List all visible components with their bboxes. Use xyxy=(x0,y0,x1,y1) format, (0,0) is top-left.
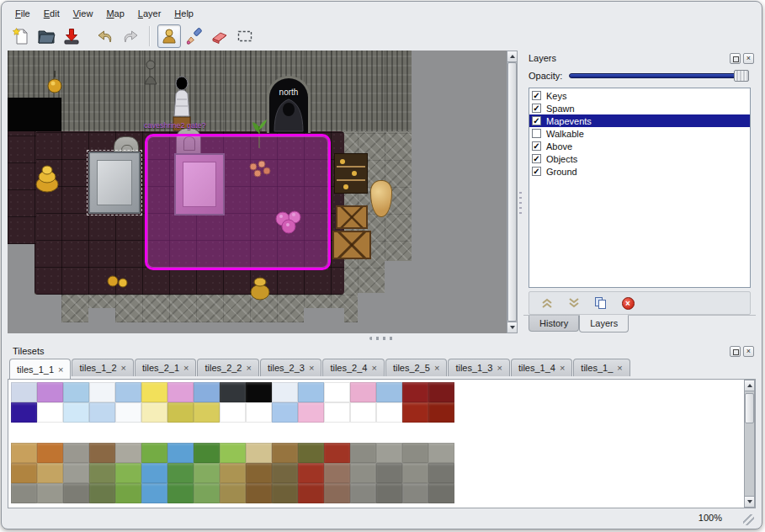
vertical-splitter[interactable] xyxy=(518,51,523,333)
tileset-tab-tiles_1_[interactable]: tiles_1_× xyxy=(573,359,630,376)
tileset-tile[interactable] xyxy=(115,483,141,503)
scroll-up-arrow[interactable] xyxy=(745,380,754,391)
tileset-tile[interactable] xyxy=(350,463,376,483)
tab-close-icon[interactable]: × xyxy=(121,364,126,372)
tileset-tile[interactable] xyxy=(37,443,63,463)
tileset-tab-tiles_1_4[interactable]: tiles_1_4× xyxy=(511,359,572,376)
layer-row-mapevents[interactable]: ✓Mapevents xyxy=(529,114,750,127)
tileset-tile[interactable] xyxy=(89,483,115,503)
raise-layer-button[interactable] xyxy=(539,295,555,311)
menu-item-help[interactable]: Help xyxy=(168,7,199,21)
tileset-tile[interactable] xyxy=(246,423,272,443)
tileset-tab-tiles_1_1[interactable]: tiles_1_1× xyxy=(9,359,71,379)
tileset-tile[interactable] xyxy=(141,402,167,423)
tileset-tab-tiles_2_3[interactable]: tiles_2_3× xyxy=(260,359,321,376)
selection-rectangle[interactable] xyxy=(145,134,331,270)
layer-visibility-checkbox[interactable]: ✓ xyxy=(532,91,541,100)
layer-row-objects[interactable]: ✓Objects xyxy=(529,152,750,165)
tileset-tile[interactable] xyxy=(63,483,89,503)
layer-visibility-checkbox[interactable] xyxy=(532,129,541,138)
tileset-tile[interactable] xyxy=(167,443,194,463)
tileset-tile[interactable] xyxy=(115,402,141,423)
tileset-tile[interactable] xyxy=(167,463,194,483)
tileset-tile[interactable] xyxy=(220,423,246,443)
tileset-tile[interactable] xyxy=(63,402,89,423)
tileset-tile[interactable] xyxy=(141,463,167,483)
tab-layers[interactable]: Layers xyxy=(579,315,629,332)
tileset-tile[interactable] xyxy=(220,382,246,402)
tileset-tile[interactable] xyxy=(272,443,298,463)
menu-item-file[interactable]: File xyxy=(9,7,36,21)
tab-history[interactable]: History xyxy=(529,316,579,332)
tileset-tile[interactable] xyxy=(11,402,37,423)
menu-item-view[interactable]: View xyxy=(67,7,99,21)
redo-button[interactable] xyxy=(119,24,142,48)
tileset-tile[interactable] xyxy=(272,463,298,483)
tileset-tile[interactable] xyxy=(428,483,454,503)
tab-close-icon[interactable]: × xyxy=(183,364,189,372)
tileset-tile[interactable] xyxy=(324,423,350,443)
tileset-tab-tiles_1_2[interactable]: tiles_1_2× xyxy=(72,359,133,376)
layer-visibility-checkbox[interactable]: ✓ xyxy=(532,141,541,151)
opacity-slider-handle[interactable] xyxy=(734,70,749,82)
tileset-tile[interactable] xyxy=(115,382,141,402)
tileset-tile[interactable] xyxy=(428,423,454,443)
tileset-tile[interactable] xyxy=(376,483,402,503)
tileset-tile[interactable] xyxy=(324,483,350,503)
scrollbar-thumb[interactable] xyxy=(507,62,517,322)
tileset-tile[interactable] xyxy=(220,402,246,423)
tileset-tile[interactable] xyxy=(246,402,272,423)
resize-grip[interactable] xyxy=(743,514,754,525)
tileset-tile[interactable] xyxy=(350,382,376,402)
scroll-down-arrow[interactable] xyxy=(745,496,754,507)
menu-item-map[interactable]: Map xyxy=(100,7,130,21)
tileset-tile[interactable] xyxy=(246,483,272,503)
tab-close-icon[interactable]: × xyxy=(617,364,622,372)
tab-close-icon[interactable]: × xyxy=(58,365,63,374)
stamp-tool-button[interactable] xyxy=(157,24,181,48)
tileset-tile[interactable] xyxy=(298,402,324,423)
tileset-tile[interactable] xyxy=(298,443,324,463)
tileset-tile[interactable] xyxy=(194,402,220,423)
tileset-tile[interactable] xyxy=(272,483,298,503)
tab-close-icon[interactable]: × xyxy=(560,364,565,372)
tileset-tile[interactable] xyxy=(167,402,194,423)
tab-close-icon[interactable]: × xyxy=(371,364,376,372)
tileset-tile[interactable] xyxy=(115,443,141,463)
layer-row-keys[interactable]: ✓Keys xyxy=(529,89,750,102)
tileset-tile[interactable] xyxy=(402,443,428,463)
tileset-tile[interactable] xyxy=(220,443,246,463)
tileset-tile[interactable] xyxy=(194,483,220,503)
layer-visibility-checkbox[interactable]: ✓ xyxy=(532,104,541,113)
close-dock-icon[interactable]: × xyxy=(743,346,754,357)
tileset-tile[interactable] xyxy=(37,483,63,503)
tileset-tile[interactable] xyxy=(194,382,220,402)
tileset-tile[interactable] xyxy=(11,382,37,402)
open-button[interactable] xyxy=(35,24,58,48)
tileset-tile[interactable] xyxy=(324,443,350,463)
tileset-tile[interactable] xyxy=(63,382,89,402)
tileset-tile[interactable] xyxy=(402,402,428,423)
tileset-tile[interactable] xyxy=(141,483,167,503)
tileset-tile[interactable] xyxy=(167,382,194,402)
tileset-tile[interactable] xyxy=(298,382,324,402)
tileset-tile[interactable] xyxy=(63,443,89,463)
tileset-tile[interactable] xyxy=(220,483,246,503)
layer-row-spawn[interactable]: ✓Spawn xyxy=(529,102,750,114)
tileset-tile[interactable] xyxy=(376,423,402,443)
tileset-tile[interactable] xyxy=(402,463,428,483)
tileset-tile[interactable] xyxy=(350,483,376,503)
tileset-tile[interactable] xyxy=(350,423,376,443)
rect-select-tool-button[interactable] xyxy=(233,24,257,48)
tab-close-icon[interactable]: × xyxy=(497,364,502,372)
duplicate-layer-button[interactable] xyxy=(593,295,608,311)
tileset-tile[interactable] xyxy=(376,402,402,423)
float-dock-icon[interactable] xyxy=(730,53,741,64)
tileset-tile[interactable] xyxy=(272,423,298,443)
map-canvas[interactable]: caveshrine2 gate? north xyxy=(8,51,507,333)
lower-layer-button[interactable] xyxy=(566,295,582,311)
tileset-tile[interactable] xyxy=(141,423,167,443)
tileset-tile[interactable] xyxy=(324,382,350,402)
tileset-tile[interactable] xyxy=(194,423,220,443)
menu-item-edit[interactable]: Edit xyxy=(38,7,66,21)
